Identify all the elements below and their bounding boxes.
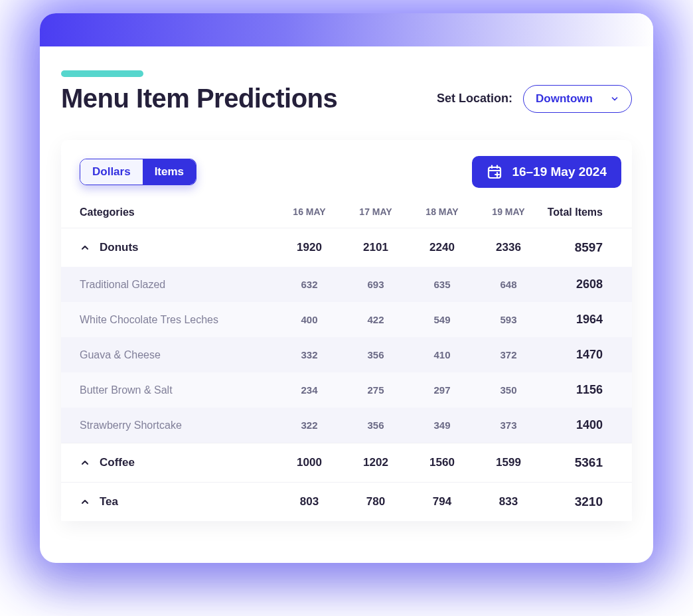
- chevron-up-icon[interactable]: [80, 242, 90, 253]
- item-name: Butter Brown & Salt: [80, 384, 276, 396]
- segment-dollars[interactable]: Dollars: [80, 159, 143, 185]
- group-day-2: 2240: [409, 241, 475, 254]
- item-day-2: 410: [409, 349, 475, 360]
- group-name: Tea: [100, 495, 118, 508]
- page-title: Menu Item Predictions: [61, 84, 337, 114]
- svg-rect-0: [489, 167, 501, 178]
- predictions-table-card: Dollars Items 16–19 May 2024 C: [61, 140, 632, 521]
- item-total: 1156: [542, 383, 613, 397]
- group-day-0: 1000: [276, 456, 343, 469]
- dashboard-card: Menu Item Predictions Set Location: Down…: [40, 13, 653, 563]
- item-name: Traditional Glazed: [80, 279, 276, 291]
- group-day-0: 803: [276, 495, 343, 508]
- group-day-1: 780: [343, 495, 409, 508]
- col-header-day-3: 19 MAY: [475, 206, 542, 218]
- item-day-0: 332: [276, 349, 343, 360]
- item-day-1: 693: [343, 279, 409, 290]
- group-day-0: 1920: [276, 241, 343, 254]
- group-day-3: 1599: [475, 456, 542, 469]
- col-header-categories: Categories: [80, 206, 276, 218]
- table-row: White Chocolate Tres Leches4004225495931…: [61, 302, 632, 337]
- item-day-1: 275: [343, 384, 409, 396]
- item-total: 1470: [542, 348, 613, 362]
- group-total: 8597: [542, 240, 613, 255]
- item-day-1: 356: [343, 420, 409, 431]
- item-day-2: 635: [409, 279, 475, 290]
- chevron-up-icon[interactable]: [80, 497, 90, 507]
- group-day-2: 794: [409, 495, 475, 508]
- unit-segment: Dollars Items: [80, 159, 196, 185]
- location-select[interactable]: Downtown: [523, 85, 632, 113]
- group-day-3: 833: [475, 495, 542, 508]
- item-day-0: 632: [276, 279, 343, 290]
- group-day-1: 2101: [343, 241, 409, 254]
- location-label: Set Location:: [437, 92, 512, 106]
- item-day-0: 234: [276, 384, 343, 396]
- table-row: Butter Brown & Salt2342752973501156: [61, 372, 632, 408]
- item-day-2: 349: [409, 420, 475, 431]
- table-header: Categories 16 MAY 17 MAY 18 MAY 19 MAY T…: [61, 206, 632, 228]
- item-total: 2608: [542, 277, 613, 291]
- item-day-3: 350: [475, 384, 542, 396]
- sub-rows: Traditional Glazed6326936356482608White …: [61, 267, 632, 443]
- item-day-0: 322: [276, 420, 343, 431]
- group-total: 5361: [542, 455, 613, 470]
- item-name: Strawberry Shortcake: [80, 420, 276, 431]
- group-day-2: 1560: [409, 456, 475, 469]
- col-header-day-1: 17 MAY: [343, 206, 409, 218]
- item-day-0: 400: [276, 314, 343, 325]
- date-range-button[interactable]: 16–19 May 2024: [472, 156, 621, 188]
- date-range-label: 16–19 May 2024: [512, 165, 607, 179]
- group-row[interactable]: Tea8037807948333210: [61, 482, 632, 521]
- item-day-3: 648: [475, 279, 542, 290]
- table-body: Donuts19202101224023368597Traditional Gl…: [61, 228, 632, 521]
- group-day-1: 1202: [343, 456, 409, 469]
- item-day-3: 372: [475, 349, 542, 360]
- col-header-day-0: 16 MAY: [276, 206, 343, 218]
- item-name: White Chocolate Tres Leches: [80, 314, 276, 326]
- col-header-total: Total Items: [542, 206, 613, 218]
- item-day-3: 373: [475, 420, 542, 431]
- group-name: Donuts: [100, 241, 139, 254]
- table-row: Guava & Cheese3323564103721470: [61, 337, 632, 372]
- table-row: Traditional Glazed6326936356482608: [61, 267, 632, 302]
- group-row[interactable]: Coffee10001202156015995361: [61, 443, 632, 482]
- item-name: Guava & Cheese: [80, 349, 276, 361]
- calendar-plus-icon: [487, 164, 502, 180]
- item-total: 1964: [542, 313, 613, 327]
- item-day-1: 422: [343, 314, 409, 325]
- chevron-down-icon: [610, 94, 619, 104]
- item-day-2: 549: [409, 314, 475, 325]
- group-total: 3210: [542, 495, 613, 509]
- group-row[interactable]: Donuts19202101224023368597: [61, 228, 632, 267]
- location-value: Downtown: [536, 92, 593, 106]
- gradient-bar: [40, 13, 653, 46]
- table-row: Strawberry Shortcake3223563493731400: [61, 408, 632, 443]
- accent-bar: [61, 70, 143, 77]
- item-day-3: 593: [475, 314, 542, 325]
- item-day-2: 297: [409, 384, 475, 396]
- group-name: Coffee: [100, 456, 135, 469]
- item-day-1: 356: [343, 349, 409, 360]
- chevron-up-icon[interactable]: [80, 457, 90, 468]
- item-total: 1400: [542, 418, 613, 432]
- group-day-3: 2336: [475, 241, 542, 254]
- col-header-day-2: 18 MAY: [409, 206, 475, 218]
- segment-items[interactable]: Items: [143, 159, 196, 185]
- location-control: Set Location: Downtown: [437, 85, 632, 113]
